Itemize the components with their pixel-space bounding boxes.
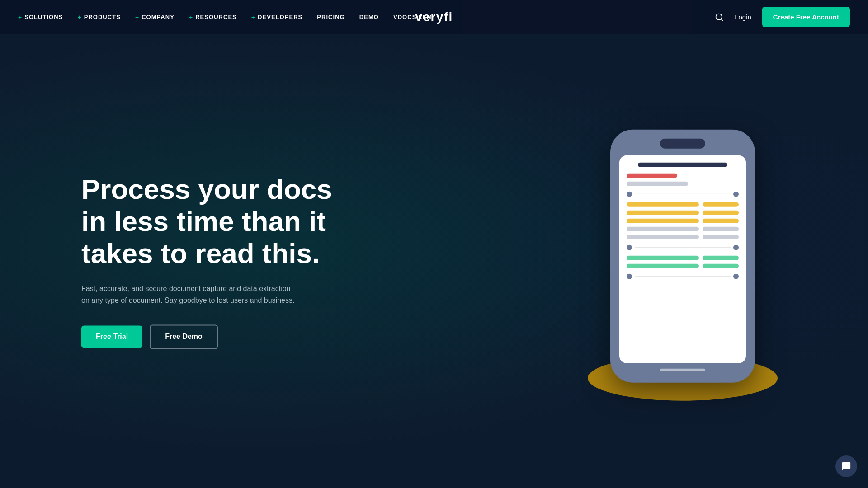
nav-item-company[interactable]: + COMPANY (135, 14, 175, 21)
nav-item-solutions[interactable]: + SOLUTIONS (18, 14, 63, 21)
perf-line (635, 276, 731, 277)
receipt-bar (703, 235, 739, 239)
plus-icon: + (18, 14, 22, 21)
perf-circle (733, 191, 739, 197)
nav-item-pricing[interactable]: PRICING (317, 14, 344, 20)
receipt-line-red (627, 173, 677, 178)
nav-left: + SOLUTIONS + PRODUCTS + COMPANY + RESOU… (18, 14, 432, 21)
hero-subtext: Fast, accurate, and secure document capt… (81, 283, 298, 306)
nav-center: veryfi (415, 10, 453, 24)
receipt-line-1 (638, 162, 727, 167)
nav-item-resources[interactable]: + RESOURCES (189, 14, 237, 21)
logo[interactable]: veryfi (415, 10, 453, 24)
plus-icon: + (251, 14, 255, 21)
perf-circle (627, 273, 632, 279)
receipt-bar (703, 210, 739, 215)
receipt-bar (703, 263, 739, 268)
create-account-button[interactable]: Create Free Account (762, 7, 850, 27)
nav-right: Login Create Free Account (715, 7, 850, 27)
receipt-bar (627, 202, 699, 206)
perf-line (635, 194, 731, 194)
hero-section: Process your docs in less time than it t… (81, 173, 353, 349)
receipt-bar (703, 226, 739, 231)
receipt-bar (703, 202, 739, 206)
receipt-yellow-row-2 (627, 210, 739, 215)
receipt-bar (627, 235, 699, 239)
receipt-green-row-1 (627, 255, 739, 260)
perf-circle (733, 273, 739, 279)
nav-item-developers[interactable]: + DEVELOPERS (251, 14, 302, 21)
receipt-bar (627, 210, 699, 215)
receipt-line-gray (627, 181, 688, 186)
free-trial-button[interactable]: Free Trial (81, 325, 142, 348)
navbar: + SOLUTIONS + PRODUCTS + COMPANY + RESOU… (0, 0, 868, 34)
receipt-gray-row-2 (627, 235, 739, 239)
receipt-perforation-mid (627, 244, 739, 250)
perf-line (635, 247, 731, 248)
login-button[interactable]: Login (735, 13, 751, 21)
hero-heading: Process your docs in less time than it t… (81, 173, 353, 270)
phone-illustration (610, 129, 755, 382)
receipt-bar (703, 255, 739, 260)
receipt-bar (703, 218, 739, 223)
receipt-bar (627, 226, 699, 231)
perf-circle (627, 244, 632, 250)
phone-notch (660, 138, 705, 148)
search-button[interactable] (715, 13, 724, 22)
phone-body (610, 129, 755, 382)
receipt-perforation-top (627, 191, 739, 197)
plus-icon: + (77, 14, 81, 21)
phone-screen (619, 155, 746, 363)
receipt-perforation-bot (627, 273, 739, 279)
hero-buttons: Free Trial Free Demo (81, 324, 353, 349)
nav-item-products[interactable]: + PRODUCTS (77, 14, 121, 21)
perf-circle (733, 244, 739, 250)
svg-line-1 (721, 19, 723, 20)
receipt-bar (627, 218, 699, 223)
nav-item-demo[interactable]: DEMO (359, 14, 379, 20)
receipt-green-row-2 (627, 263, 739, 268)
chat-widget[interactable] (835, 455, 857, 477)
phone-home-bar (660, 368, 705, 371)
receipt-yellow-row-1 (627, 202, 739, 206)
receipt-yellow-row-3 (627, 218, 739, 223)
receipt-gray-row-1 (627, 226, 739, 231)
plus-icon: + (135, 14, 139, 21)
main-content: Process your docs in less time than it t… (0, 34, 868, 488)
receipt-bar (627, 255, 699, 260)
plus-icon: + (189, 14, 193, 21)
receipt-bar (627, 263, 699, 268)
perf-circle (627, 191, 632, 197)
free-demo-button[interactable]: Free Demo (150, 324, 218, 349)
